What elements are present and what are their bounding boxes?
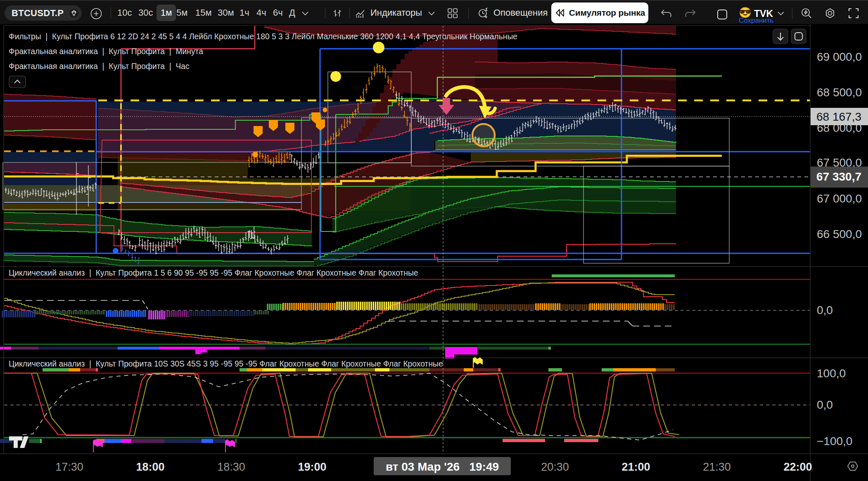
svg-text:68 167,3: 68 167,3 <box>816 110 861 123</box>
svg-text:Фильтры | Культ Профита 6 12: Фильтры | Культ Профита 6 12 2D 24 2 45 … <box>9 32 517 41</box>
svg-text:0,0: 0,0 <box>817 398 833 411</box>
svg-text:17:30: 17:30 <box>55 461 83 473</box>
svg-text:67 330,7: 67 330,7 <box>816 170 861 183</box>
svg-text:67 000,0: 67 000,0 <box>817 192 862 205</box>
svg-text:вт 03 Мар '26 19:49: вт 03 Мар '26 19:49 <box>386 460 499 473</box>
svg-text:Циклический анализ | Культ П: Циклический анализ | Культ Профита 10S 3… <box>9 360 443 368</box>
svg-text:18:30: 18:30 <box>217 461 245 473</box>
svg-text:−100,0: −100,0 <box>817 435 852 448</box>
svg-text:0,0: 0,0 <box>817 304 833 317</box>
svg-text:68 500,0: 68 500,0 <box>817 86 862 99</box>
svg-text:21:30: 21:30 <box>703 461 731 473</box>
svg-text:100,0: 100,0 <box>817 367 846 380</box>
svg-text:Фрактальная аналитика | Куль: Фрактальная аналитика | Культ Профита | … <box>9 62 190 71</box>
svg-text:21:00: 21:00 <box>621 461 650 473</box>
svg-text:Циклический анализ | Культ П: Циклический анализ | Культ Профита 1 5 6… <box>9 269 418 277</box>
svg-text:22:00: 22:00 <box>783 461 812 473</box>
svg-text:18:00: 18:00 <box>136 461 164 473</box>
svg-text:20:30: 20:30 <box>541 461 569 473</box>
svg-text:69 000,0: 69 000,0 <box>817 50 862 63</box>
svg-text:Фрактальная аналитика | Куль: Фрактальная аналитика | Культ Профита | … <box>9 47 203 56</box>
svg-text:19:00: 19:00 <box>298 461 326 473</box>
svg-text:66 500,0: 66 500,0 <box>817 228 862 240</box>
